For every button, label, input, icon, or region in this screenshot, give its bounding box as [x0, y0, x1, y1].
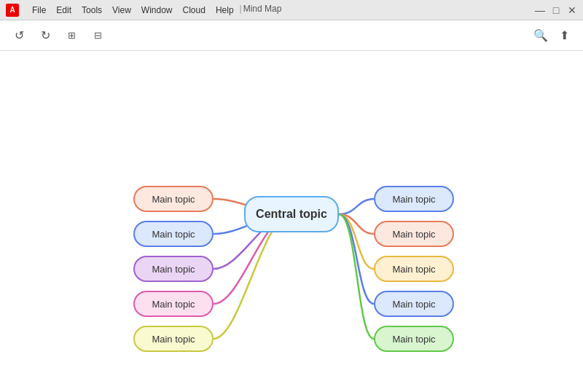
- left-node-4[interactable]: Main topic: [133, 291, 214, 317]
- undo-button[interactable]: ↺: [9, 26, 29, 46]
- menu-help[interactable]: Help: [211, 4, 238, 17]
- app-logo: A: [6, 4, 19, 17]
- title-bar: A File Edit Tools View Window Cloud Help…: [0, 0, 583, 20]
- right-node-2[interactable]: Main topic: [374, 221, 454, 247]
- right-node-5[interactable]: Main topic: [374, 326, 454, 352]
- frame-button[interactable]: ⊟: [87, 26, 108, 46]
- redo-button[interactable]: ↻: [35, 26, 55, 46]
- menu-cloud[interactable]: Cloud: [179, 4, 210, 17]
- right-node-1[interactable]: Main topic: [374, 186, 454, 212]
- maximize-button[interactable]: □: [551, 5, 561, 15]
- search-button[interactable]: 🔍: [531, 26, 551, 46]
- menu-file[interactable]: File: [28, 4, 50, 17]
- menu-tools[interactable]: Tools: [77, 4, 106, 17]
- mindmap-canvas: Central topic Main topic Main topic Main…: [0, 51, 583, 392]
- menu-bar: File Edit Tools View Window Cloud Help |…: [28, 4, 281, 17]
- share-button[interactable]: ⬆: [554, 26, 574, 46]
- close-button[interactable]: ✕: [567, 5, 577, 15]
- minimize-button[interactable]: —: [535, 5, 545, 15]
- right-node-3[interactable]: Main topic: [374, 256, 454, 282]
- left-node-2[interactable]: Main topic: [133, 221, 214, 247]
- insert-button[interactable]: ⊞: [61, 26, 82, 46]
- app-name: Mind Map: [243, 4, 282, 17]
- left-node-5[interactable]: Main topic: [133, 326, 214, 352]
- left-node-1[interactable]: Main topic: [133, 186, 214, 212]
- toolbar: ↺ ↻ ⊞ ⊟ 🔍 ⬆: [0, 20, 583, 51]
- toolbar-right: 🔍 ⬆: [531, 26, 574, 46]
- left-node-3[interactable]: Main topic: [133, 256, 214, 282]
- menu-window[interactable]: Window: [137, 4, 177, 17]
- menu-view[interactable]: View: [108, 4, 136, 17]
- right-node-4[interactable]: Main topic: [374, 291, 454, 317]
- menu-separator: |: [240, 4, 242, 17]
- window-controls: — □ ✕: [535, 5, 577, 15]
- menu-edit[interactable]: Edit: [52, 4, 76, 17]
- central-topic-node[interactable]: Central topic: [244, 196, 339, 232]
